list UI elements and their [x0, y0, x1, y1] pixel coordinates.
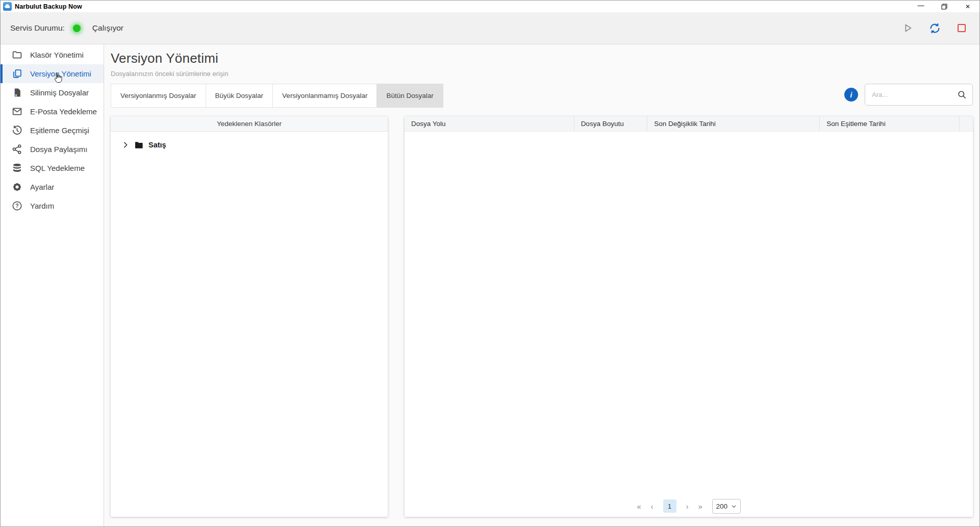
deleted-file-icon: x	[11, 87, 22, 98]
tab-versiyonlanmamis-dosyalar[interactable]: Versiyonlanmamış Dosyalar	[272, 84, 377, 108]
svg-text:?: ?	[15, 203, 18, 209]
column-header-dosya-boyutu[interactable]: Dosya Boyutu	[574, 116, 648, 131]
sidebar-item-eposta-yedekleme[interactable]: E-Posta Yedekleme	[1, 102, 104, 121]
sidebar-item-klasor-yonetimi[interactable]: Klasör Yönetimi	[1, 45, 104, 64]
share-icon	[11, 144, 22, 155]
current-page-indicator[interactable]: 1	[663, 499, 676, 513]
info-icon[interactable]: i	[844, 88, 858, 102]
svg-text:x: x	[15, 93, 17, 97]
tree-item-satis[interactable]: Satış	[121, 138, 388, 152]
database-icon	[11, 163, 22, 174]
first-page-button[interactable]: «	[637, 503, 641, 510]
tab-butun-dosyalar[interactable]: Bütün Dosyalar	[376, 84, 443, 108]
table-header-row: Dosya Yolu Dosya Boyutu Son Değişiklik T…	[405, 116, 973, 132]
versions-icon	[11, 68, 22, 80]
page-subtitle: Dosyalarınızın önceki sürümlerine erişin	[111, 70, 979, 78]
sidebar-item-label: E-Posta Yedekleme	[30, 107, 97, 116]
last-page-button[interactable]: »	[698, 503, 702, 510]
pagination: « ‹ 1 › » 200	[405, 495, 973, 517]
next-page-button[interactable]: ›	[686, 503, 689, 510]
column-header-stub	[960, 116, 973, 131]
play-icon[interactable]	[901, 21, 914, 35]
tree-item-label: Satış	[148, 141, 166, 149]
sidebar-item-dosya-paylasimi[interactable]: Dosya Paylaşımı	[1, 140, 104, 159]
sidebar-item-label: Eşitleme Geçmişi	[30, 126, 89, 135]
mail-icon	[11, 106, 22, 117]
service-status-label: Servis Durumu:	[10, 23, 65, 33]
main-area: Versiyon Yönetimi Dosyalarınızın önceki …	[104, 44, 979, 527]
sidebar-item-yardim[interactable]: ? Yardım	[1, 196, 104, 215]
toolbar-right: i	[844, 84, 973, 106]
page-size-value: 200	[716, 503, 728, 510]
folder-icon	[134, 140, 144, 150]
sidebar-item-label: Dosya Paylaşımı	[30, 145, 88, 154]
sidebar: Klasör Yönetimi Versiyon Yönetimi x Sili…	[1, 44, 104, 527]
minimize-button[interactable]: —	[909, 1, 933, 12]
previous-page-button[interactable]: ‹	[651, 503, 654, 510]
close-button[interactable]: ✕	[956, 1, 979, 12]
restore-button[interactable]	[933, 1, 956, 12]
tab-versiyonlanmis-dosyalar[interactable]: Versiyonlanmış Dosyalar	[111, 84, 206, 108]
service-status-bar: Servis Durumu: Çalışıyor	[1, 12, 979, 44]
service-actions	[901, 21, 968, 35]
page-size-select[interactable]: 200	[712, 499, 741, 514]
sidebar-item-label: Ayarlar	[30, 183, 54, 191]
tree-panel-header: Yedeklenen Klasörler	[111, 116, 388, 132]
sidebar-item-versiyon-yonetimi[interactable]: Versiyon Yönetimi	[1, 64, 104, 83]
app-window: Narbulut Backup Now — ✕ Servis Durumu: Ç…	[0, 0, 980, 527]
sidebar-item-label: Versiyon Yönetimi	[30, 69, 91, 78]
folder-tree: Satış	[111, 132, 388, 517]
search-box	[865, 84, 973, 106]
sidebar-item-silinmis-dosyalar[interactable]: x Silinmiş Dosyalar	[1, 83, 104, 102]
sidebar-item-ayarlar[interactable]: Ayarlar	[1, 178, 104, 196]
tab-buyuk-dosyalar[interactable]: Büyük Dosyalar	[206, 84, 273, 108]
sync-icon[interactable]	[928, 21, 941, 35]
table-body-empty	[405, 132, 973, 495]
gear-icon	[11, 182, 22, 193]
app-logo-icon	[3, 2, 12, 11]
folder-icon	[11, 49, 22, 61]
history-icon	[11, 125, 22, 136]
restore-icon	[941, 4, 947, 10]
backed-up-folders-panel: Yedeklenen Klasörler Satış	[111, 116, 388, 517]
service-status-value: Çalışıyor	[92, 23, 123, 33]
chevron-down-icon	[731, 504, 737, 509]
sidebar-item-label: Silinmiş Dosyalar	[30, 88, 89, 97]
window-title: Narbulut Backup Now	[15, 3, 82, 10]
chevron-right-icon[interactable]	[121, 141, 130, 149]
tab-bar: Versiyonlanmış Dosyalar Büyük Dosyalar V…	[111, 84, 443, 108]
files-table-panel: Dosya Yolu Dosya Boyutu Son Değişiklik T…	[405, 116, 973, 517]
stop-icon[interactable]	[955, 21, 968, 35]
status-dot-icon	[73, 24, 81, 32]
search-icon[interactable]	[957, 90, 967, 99]
content-area: Klasör Yönetimi Versiyon Yönetimi x Sili…	[1, 44, 979, 527]
column-header-dosya-yolu[interactable]: Dosya Yolu	[405, 116, 574, 131]
column-header-son-esitleme-tarihi[interactable]: Son Eşitleme Tarihi	[820, 116, 960, 131]
sidebar-item-esitleme-gecmisi[interactable]: Eşitleme Geçmişi	[1, 121, 104, 140]
sidebar-item-label: Yardım	[30, 202, 54, 210]
page-title: Versiyon Yönetimi	[111, 51, 979, 66]
panels: Yedeklenen Klasörler Satış	[111, 116, 973, 517]
sidebar-item-label: SQL Yedekleme	[30, 164, 85, 172]
column-header-son-degisiklik-tarihi[interactable]: Son Değişiklik Tarihi	[647, 116, 820, 131]
help-icon: ?	[11, 200, 22, 212]
sidebar-item-label: Klasör Yönetimi	[30, 51, 84, 59]
title-bar: Narbulut Backup Now — ✕	[1, 1, 979, 12]
sidebar-item-sql-yedekleme[interactable]: SQL Yedekleme	[1, 159, 104, 178]
window-controls: — ✕	[909, 1, 979, 12]
